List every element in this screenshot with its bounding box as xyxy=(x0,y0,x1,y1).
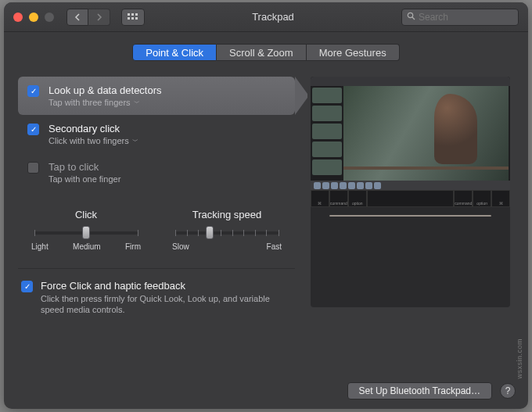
tap-subtitle: Tap with one finger xyxy=(49,174,120,184)
tracking-slider-group: Tracking speed Slow Fast xyxy=(172,209,282,251)
secondary-text: Secondary click Click with two fingers ﹀ xyxy=(49,123,138,145)
tab-more-gestures[interactable]: More Gestures xyxy=(307,44,400,61)
grid-icon xyxy=(128,13,138,21)
force-click-row[interactable]: ✓ Force Click and haptic feedback Click … xyxy=(18,280,295,316)
help-button[interactable]: ? xyxy=(500,383,516,399)
secondary-checkbox[interactable]: ✓ xyxy=(27,124,39,135)
click-slider-group: Click Light Medium Firm xyxy=(31,209,141,251)
click-slider-label: Click xyxy=(31,209,141,220)
preview-keyboard: ⌘commandoption commandoption⌘ xyxy=(311,190,510,207)
svg-rect-1 xyxy=(131,13,134,16)
option-lookup[interactable]: ✓ Look up & data detectors Tap with thre… xyxy=(18,77,295,115)
chevron-right-icon xyxy=(96,13,102,21)
lookup-text: Look up & data detectors Tap with three … xyxy=(49,84,162,107)
tracking-slider-label: Tracking speed xyxy=(172,209,282,220)
watermark: wsxsin.com xyxy=(516,339,523,379)
window-title: Trackpad xyxy=(252,11,294,23)
tab-point-click[interactable]: Point & Click xyxy=(132,44,217,61)
force-click-text: Force Click and haptic feedback Click th… xyxy=(41,280,292,316)
search-input[interactable] xyxy=(419,12,513,23)
search-field[interactable] xyxy=(401,9,519,26)
svg-rect-4 xyxy=(131,17,134,20)
tab-bar: Point & Click Scroll & Zoom More Gesture… xyxy=(4,44,528,61)
titlebar: Trackpad xyxy=(4,2,528,32)
secondary-subtitle[interactable]: Click with two fingers ﹀ xyxy=(49,136,138,145)
show-all-button[interactable] xyxy=(121,9,145,26)
setup-bluetooth-button[interactable]: Set Up Bluetooth Trackpad… xyxy=(347,382,492,399)
preferences-window: Trackpad Point & Click Scroll & Zoom Mor… xyxy=(4,2,528,409)
tap-title: Tap to click xyxy=(49,161,120,173)
force-click-checkbox[interactable]: ✓ xyxy=(21,281,33,292)
chevron-left-icon xyxy=(74,13,81,21)
svg-point-6 xyxy=(408,13,412,17)
click-slider[interactable] xyxy=(34,225,138,239)
force-click-title: Force Click and haptic feedback xyxy=(41,280,292,292)
close-icon[interactable] xyxy=(13,13,23,22)
svg-rect-5 xyxy=(135,17,138,20)
zoom-icon xyxy=(45,13,54,22)
tap-text: Tap to click Tap with one finger xyxy=(49,161,120,184)
trackpad-video-preview: ⌘commandoption commandoption⌘ xyxy=(311,77,510,307)
options-column: ✓ Look up & data detectors Tap with thre… xyxy=(18,77,295,316)
minimize-icon[interactable] xyxy=(29,13,38,22)
svg-rect-0 xyxy=(128,13,130,16)
svg-rect-2 xyxy=(135,13,138,16)
footer: Set Up Bluetooth Trackpad… ? xyxy=(347,382,516,399)
search-icon xyxy=(407,12,415,22)
back-button[interactable] xyxy=(66,9,88,26)
option-secondary-click[interactable]: ✓ Secondary click Click with two fingers… xyxy=(18,115,295,153)
svg-line-7 xyxy=(412,17,415,20)
lookup-subtitle[interactable]: Tap with three fingers ﹀ xyxy=(49,98,162,107)
secondary-title: Secondary click xyxy=(49,123,138,134)
tracking-slider-ticks: Slow Fast xyxy=(172,242,282,251)
tracking-slider[interactable] xyxy=(175,225,279,239)
preview-screen xyxy=(311,77,510,190)
nav-buttons xyxy=(66,9,110,26)
force-click-subtitle: Click then press firmly for Quick Look, … xyxy=(41,293,292,316)
divider xyxy=(18,268,295,269)
lookup-title: Look up & data detectors xyxy=(49,84,162,96)
tap-checkbox[interactable] xyxy=(27,162,39,174)
preview-column: ⌘commandoption commandoption⌘ xyxy=(311,77,514,316)
forward-button[interactable] xyxy=(88,9,110,26)
chevron-down-icon: ﹀ xyxy=(134,99,140,107)
chevron-down-icon: ﹀ xyxy=(132,137,138,145)
window-controls xyxy=(13,13,54,22)
svg-rect-3 xyxy=(128,17,130,20)
tab-scroll-zoom[interactable]: Scroll & Zoom xyxy=(217,44,307,61)
content-body: ✓ Look up & data detectors Tap with thre… xyxy=(4,77,528,316)
option-tap-to-click[interactable]: Tap to click Tap with one finger xyxy=(18,153,295,192)
lookup-checkbox[interactable]: ✓ xyxy=(27,85,39,97)
click-slider-ticks: Light Medium Firm xyxy=(31,242,141,251)
sliders-row: Click Light Medium Firm Tracking speed xyxy=(18,209,295,251)
